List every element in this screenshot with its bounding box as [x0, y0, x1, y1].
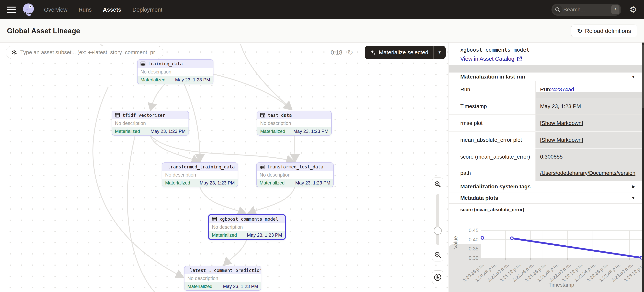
chart-point [640, 256, 642, 259]
meta-value: 0.300855 [536, 149, 642, 165]
asset-description: No description [112, 119, 188, 127]
primary-nav: Overview Runs Assets Deployment [44, 7, 162, 13]
asset-node-latest-comment-predictions[interactable]: latest_…_comment_predictions No descript… [184, 266, 261, 291]
nav-overview[interactable]: Overview [44, 7, 68, 13]
panel-vertical-scrollbar[interactable] [642, 43, 644, 292]
meta-label: Run [449, 81, 536, 98]
section-materialization-in-last-run[interactable]: Materialization in last run ▼ [449, 73, 642, 81]
zoom-out-icon [434, 251, 441, 258]
search-shortcut-badge: / [611, 5, 620, 14]
asset-name: transformed_training_data [168, 164, 235, 169]
section-metadata-plots[interactable]: Metadata plots ▼ [449, 192, 642, 204]
table-icon [212, 217, 217, 222]
asset-node-transformed-test-data[interactable]: transformed_test_data No description Mat… [256, 162, 334, 187]
asset-description: No description [209, 223, 285, 231]
zoom-out-button[interactable] [432, 248, 443, 261]
show-markdown-link[interactable]: [Show Markdown] [540, 137, 583, 143]
asset-node-xgboost-comments-model[interactable]: xgboost_comments_model No description Ma… [208, 214, 286, 240]
download-graph-button[interactable] [432, 270, 443, 284]
chart-point [481, 236, 484, 239]
reload-definitions-button[interactable]: ↻ Reload definitions [571, 25, 637, 37]
chevron-right-icon: ▶ [632, 184, 635, 189]
scrollbar-thumb[interactable] [642, 45, 644, 108]
search-input[interactable] [564, 7, 610, 13]
path-link[interactable]: /Users/odetteharary/Documents/version [540, 170, 635, 176]
y-axis-label: Value [453, 231, 459, 254]
asset-date: May 23, 1:23 PM [247, 232, 282, 238]
meta-label: score (mean_absolute_error) [449, 149, 536, 165]
table-icon [115, 113, 120, 118]
zoom-in-icon [434, 181, 441, 188]
meta-label: Timestamp [449, 98, 536, 115]
global-search[interactable]: / [552, 4, 622, 16]
hamburger-menu-icon[interactable] [7, 7, 16, 13]
asset-name: tfidf_vectorizer [122, 113, 165, 118]
asset-node-test-data[interactable]: test_data No description Materialized Ma… [257, 111, 332, 136]
asset-description: No description [138, 68, 213, 76]
asset-status: Materialized [212, 232, 237, 238]
zoom-in-button[interactable] [432, 178, 443, 191]
asset-date: May 23, 1:23 PM [294, 129, 328, 134]
page-header: Global Asset Lineage ↻ Reload definition… [0, 19, 644, 43]
asset-subset-input[interactable] [20, 49, 158, 56]
dagster-logo[interactable] [21, 3, 36, 17]
horizontal-scrollbar[interactable] [536, 92, 642, 98]
external-link-icon [517, 56, 522, 62]
zoom-slider-track[interactable] [436, 194, 439, 245]
zoom-slider-thumb[interactable] [434, 227, 442, 235]
asset-node-training-data[interactable]: training_data No description Materialize… [137, 59, 214, 84]
asset-status: Materialized [140, 77, 165, 83]
asset-node-transformed-training-data[interactable]: transformed_training_data No description… [162, 162, 238, 187]
asset-subset-filter[interactable] [6, 46, 164, 59]
view-in-asset-catalog-link[interactable]: View in Asset Catalog [460, 56, 522, 62]
settings-gear-icon[interactable]: ⚙ [630, 6, 637, 14]
meta-row-timestamp: Timestamp May 23, 1:23 PM [449, 98, 642, 115]
asset-lineage-graph[interactable]: training_data No description Materialize… [0, 43, 448, 292]
materialize-selected-button[interactable]: Materialize selected [365, 46, 433, 59]
meta-label: path [449, 165, 536, 181]
run-id-link[interactable]: 242374ad [550, 86, 574, 93]
asset-node-tfidf-vectorizer[interactable]: tfidf_vectorizer No description Material… [112, 111, 189, 136]
refresh-icon[interactable]: ↻ [347, 49, 353, 56]
asset-description: No description [184, 274, 261, 282]
meta-row-run: Run Run 242374ad [449, 81, 642, 98]
asset-status: Materialized [260, 129, 285, 134]
asset-description: No description [162, 171, 238, 179]
chart-point [510, 237, 513, 240]
chevron-down-icon: ▼ [631, 75, 635, 79]
asset-description: No description [257, 119, 331, 127]
materialize-split-button: Materialize selected ▼ [365, 46, 446, 59]
asset-date: May 23, 1:23 PM [151, 129, 186, 134]
nav-runs[interactable]: Runs [78, 7, 92, 13]
meta-row-rmse-plot: rmse plot [Show Markdown] [449, 115, 642, 132]
meta-row-path: path /Users/odetteharary/Documents/versi… [449, 165, 642, 181]
asset-name: transformed_test_data [267, 164, 323, 169]
materialize-dropdown-caret[interactable]: ▼ [434, 46, 446, 59]
nav-deployment[interactable]: Deployment [132, 7, 162, 13]
meta-row-mae-plot: mean_absolute_error plot [Show Markdown] [449, 132, 642, 148]
page-title: Global Asset Lineage [7, 27, 80, 35]
y-tick-label: 0.40 [460, 237, 478, 243]
meta-label: mean_absolute_error plot [449, 132, 536, 148]
zoom-slider[interactable] [432, 191, 443, 248]
asset-date: May 23, 1:23 PM [200, 180, 235, 186]
meta-value: /Users/odetteharary/Documents/version [536, 165, 642, 181]
graph-zoom-controls [432, 177, 443, 261]
show-markdown-link[interactable]: [Show Markdown] [540, 120, 583, 126]
asset-name: xgboost_comments_model [220, 217, 278, 222]
y-tick-label: 0.35 [460, 246, 478, 252]
asset-graph-filter-icon [11, 49, 17, 56]
asset-status: Materialized [187, 284, 212, 289]
nav-assets[interactable]: Assets [103, 7, 121, 13]
chart-title: score (mean_absolute_error) [460, 207, 524, 212]
table-icon [260, 164, 265, 169]
reload-icon: ↻ [577, 27, 582, 35]
y-tick-label: 0.45 [460, 227, 478, 233]
download-icon [434, 273, 442, 281]
meta-value: [Show Markdown] [536, 132, 642, 148]
section-materialization-system-tags[interactable]: Materialization system tags ▶ [449, 181, 642, 192]
asset-status: Materialized [115, 129, 140, 134]
table-icon [140, 61, 146, 66]
asset-date: May 23, 1:23 PM [223, 284, 258, 289]
score-line-chart [481, 230, 642, 258]
